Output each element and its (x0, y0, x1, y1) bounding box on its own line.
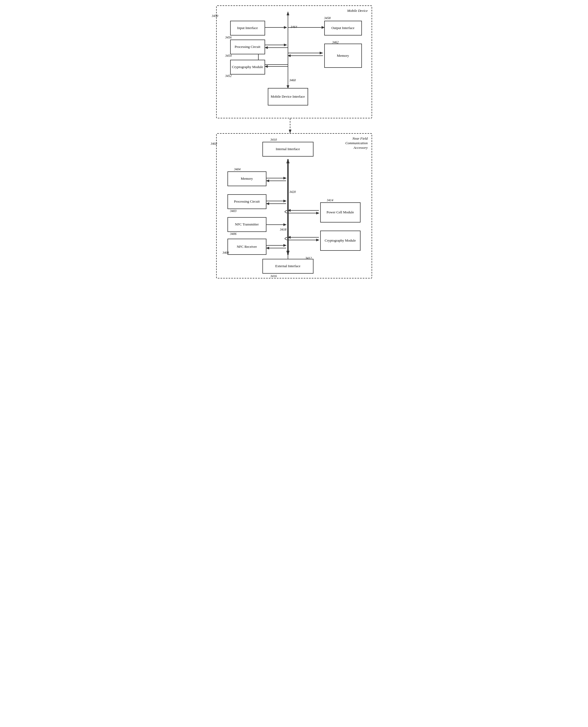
svg-marker-26 (286, 159, 290, 163)
svg-marker-4 (284, 26, 287, 29)
external-interface-label: External Interface (275, 264, 300, 268)
svg-marker-2 (287, 11, 289, 15)
nfc-section: Near Field Communication Accessory 3402 … (216, 133, 372, 279)
processing-circuit-mobile-box: Processing Circuit (230, 40, 265, 54)
internal-interface-box: Internal Interface (262, 142, 314, 157)
memory-nfc-label: Memory (241, 177, 253, 181)
nfc-transmitter-box: NFC Transmitter (228, 217, 267, 232)
crypto-mobile-label: Cryptography Module (232, 65, 263, 69)
diagram-container: Mobile Device 3450 3464 (216, 5, 372, 279)
svg-text:3420: 3420 (289, 190, 296, 194)
ref-3408: 3408 (223, 251, 229, 255)
processing-circuit-mobile-label: Processing Circuit (235, 45, 260, 49)
power-cell-module-label: Power Cell Module (327, 210, 354, 215)
svg-text:3460: 3460 (289, 78, 296, 82)
nfc-transmitter-label: NFC Transmitter (235, 222, 259, 227)
ref-3454: 3454 (225, 54, 232, 58)
ref-3406: 3406 (230, 232, 237, 236)
mobile-device-interface-label: Mobile Device Interface (271, 95, 305, 99)
between-sections-connector (216, 118, 372, 133)
external-interface-box: External Interface (262, 259, 314, 274)
memory-nfc-box: Memory (228, 171, 267, 186)
ref-3403: 3403 (230, 209, 237, 213)
nfc-receiver-box: NFC Receiver (228, 239, 267, 255)
output-interface-label: Output Interface (332, 26, 355, 31)
mobile-section-label: Mobile Device (347, 8, 368, 13)
svg-marker-45 (316, 212, 319, 215)
svg-marker-38 (284, 223, 287, 226)
ref-3456: 3456 (225, 36, 232, 40)
connector-svg (219, 118, 370, 133)
memory-mobile-box: Memory (324, 44, 362, 68)
power-cell-module-box: Power Cell Module (320, 202, 360, 223)
memory-mobile-label: Memory (337, 54, 349, 58)
ref-3404: 3404 (234, 167, 240, 171)
nfc-receiver-label: NFC Receiver (237, 245, 257, 249)
svg-marker-18 (288, 54, 291, 57)
svg-marker-30 (284, 177, 287, 180)
ref-3410: 3410 (271, 138, 277, 142)
input-interface-box: Input Interface (230, 21, 265, 36)
svg-text:3418: 3418 (280, 228, 286, 231)
svg-marker-49 (316, 239, 319, 241)
svg-marker-51 (288, 236, 291, 239)
nfc-section-label: Near Field Communication Accessory (345, 136, 368, 150)
svg-marker-41 (284, 244, 287, 247)
ref-3402: 3402 (211, 142, 217, 146)
output-interface-box: Output Interface (324, 21, 362, 36)
mobile-device-section: Mobile Device 3450 3464 (216, 5, 372, 118)
svg-marker-23 (289, 130, 291, 133)
ref-3452: 3452 (225, 74, 232, 78)
svg-marker-27 (286, 251, 290, 255)
crypto-mobile-box: Cryptography Module (230, 60, 265, 75)
crypto-nfc-box: Cryptography Module (320, 230, 360, 251)
svg-text:3464: 3464 (290, 25, 297, 29)
ref-3416: 3416 (271, 274, 277, 278)
input-interface-label: Input Interface (237, 26, 258, 31)
mobile-device-interface-box: Mobile Device Interface (268, 88, 308, 105)
svg-marker-16 (320, 52, 323, 54)
ref-3414: 3414 (327, 198, 333, 202)
ref-3462: 3462 (332, 40, 339, 44)
ref-3450: 3450 (212, 14, 218, 18)
internal-interface-label: Internal Interface (276, 147, 300, 152)
crypto-nfc-label: Cryptography Module (325, 238, 356, 243)
svg-marker-47 (288, 209, 291, 212)
svg-marker-34 (284, 200, 287, 202)
svg-marker-8 (284, 44, 287, 46)
processing-circuit-nfc-box: Processing Circuit (228, 194, 267, 209)
ref-3458: 3458 (324, 16, 331, 20)
processing-circuit-nfc-label: Processing Circuit (234, 199, 260, 204)
